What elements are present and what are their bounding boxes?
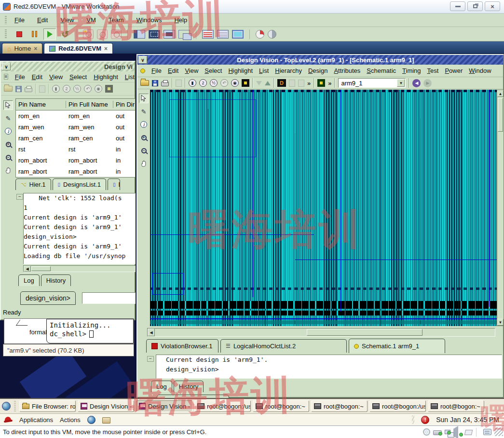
print-icon[interactable] <box>161 82 169 86</box>
menu-view[interactable]: View <box>60 16 74 24</box>
zoom-in-tool-icon[interactable]: + <box>3 139 13 149</box>
cdrom-device-icon[interactable] <box>423 428 430 436</box>
print-icon[interactable] <box>25 87 32 92</box>
zoom-sel-icon[interactable]: ◉ <box>231 79 239 87</box>
scroll-left-icon[interactable]: ◀ <box>148 328 155 336</box>
actions-menu[interactable]: Actions <box>60 416 81 424</box>
usage-icon[interactable] <box>268 30 276 39</box>
menu-file[interactable]: File <box>15 73 25 81</box>
table-row[interactable]: ram_wen ram_wen out <box>16 122 135 133</box>
menu-view[interactable]: View <box>185 67 198 74</box>
tab-close-icon[interactable]: × <box>34 45 37 52</box>
take-snapshot-icon[interactable] <box>83 29 94 39</box>
reset-button[interactable]: ↺ <box>59 29 71 40</box>
tab-schematic1[interactable]: Schematic.1 arm9_1 <box>349 339 445 353</box>
taskbar-design-vision-1[interactable]: Design Vision - T <box>78 400 134 412</box>
menu-team[interactable]: Team <box>109 16 124 24</box>
tab-designslist1[interactable]: ▯ DesignsList.1 <box>53 178 107 190</box>
zoom-back-icon[interactable]: ↶ <box>220 79 228 87</box>
menu-test[interactable]: Test <box>427 67 439 74</box>
appliance-view-icon[interactable] <box>232 30 244 39</box>
pan-tool-icon[interactable] <box>3 165 13 175</box>
zoom-back-icon[interactable]: ↶ <box>84 85 92 93</box>
menu-help[interactable]: Help <box>174 16 187 24</box>
pin-table[interactable]: Pin Name Pin Full Name Pin Dir rom_en ro… <box>15 98 136 178</box>
show-desktop-icon[interactable] <box>2 402 11 411</box>
harddisk-device-icon[interactable] <box>433 430 442 435</box>
revert-snapshot-icon[interactable] <box>97 29 108 39</box>
menu-edit[interactable]: Edit <box>37 16 48 24</box>
zoom-out-tool-icon[interactable]: − <box>139 146 149 155</box>
quick-switch-icon[interactable] <box>163 30 175 39</box>
web-browser-icon[interactable] <box>87 416 95 424</box>
tab-log[interactable]: Log <box>18 274 40 286</box>
design-selector[interactable]: arm9_1 ▼ <box>338 78 406 88</box>
window-menu-icon[interactable]: ∨ <box>2 63 11 70</box>
menu-select[interactable]: Select <box>69 73 87 81</box>
full-view-icon[interactable] <box>105 85 113 93</box>
taskbar-terminal-3[interactable]: root@bogon:~ <box>311 400 368 412</box>
canvas-hscrollbar[interactable]: ◀ <box>147 328 495 337</box>
show-sidebar-icon[interactable] <box>134 30 145 39</box>
menu-list[interactable]: List <box>259 67 269 74</box>
log-hscrollbar[interactable]: ◀ <box>23 265 136 272</box>
taskbar-design-vision-2[interactable]: Design Vision - T <box>136 400 192 412</box>
zoom-2x-icon[interactable]: 2 <box>199 79 207 87</box>
tab-violationbrowser[interactable]: ViolationBrowser.1 <box>146 339 218 353</box>
info-tool-icon[interactable]: i <box>139 120 149 129</box>
save-icon[interactable] <box>152 80 158 86</box>
select-tool-icon[interactable] <box>139 94 149 103</box>
minimize-button[interactable] <box>450 1 465 11</box>
taskbar-file-browser[interactable]: File Browser: roo <box>19 400 76 412</box>
menu-schematic[interactable]: Schematic <box>367 67 396 74</box>
zoom-2x-icon[interactable]: 2 <box>63 85 70 93</box>
menu-file[interactable]: File <box>151 67 162 74</box>
menu-vm[interactable]: VM <box>86 16 96 24</box>
scroll-up-icon[interactable]: ▲ <box>497 90 504 97</box>
tab-log[interactable]: Log <box>151 381 172 392</box>
nav-forward-icon[interactable]: ▶ <box>423 79 432 87</box>
menu-design[interactable]: Design <box>308 67 327 74</box>
column-header-pin-name[interactable]: Pin Name <box>16 101 66 108</box>
zoom-fit-icon[interactable]: ▮ <box>52 85 60 93</box>
toolbar-overflow-icon[interactable]: » <box>307 80 311 87</box>
dv-main-log[interactable]: Current design is 'arm9_1'. design_visio… <box>156 355 502 379</box>
restore-button[interactable] <box>467 1 483 11</box>
zoom-out-tool-icon[interactable]: − <box>3 152 13 162</box>
fullscreen-icon[interactable] <box>149 30 160 39</box>
push-down-icon[interactable] <box>256 81 262 85</box>
console-view-icon[interactable] <box>202 30 214 39</box>
tab-history[interactable]: History <box>41 274 71 286</box>
edit-tool-icon[interactable]: ✎ <box>3 113 13 123</box>
dv-left-log[interactable]: Net 'clk': 1552 load(s 1 Current design … <box>23 193 136 264</box>
table-row[interactable]: ram_abort ram_abort in <box>16 166 135 177</box>
tab-hier1[interactable]: ⌥ Hier.1 <box>15 178 51 190</box>
message-log-icon[interactable] <box>483 429 491 435</box>
clock[interactable]: Sun Jan 24, 3:45 PM <box>436 416 499 424</box>
taskbar-terminal-5[interactable]: root@bogon:~ <box>428 400 484 412</box>
menu-edit[interactable]: Edit <box>32 73 42 81</box>
info-tool-icon[interactable]: i <box>3 126 13 136</box>
scroll-thumb[interactable] <box>498 98 503 132</box>
pan-tool-icon[interactable] <box>139 159 149 168</box>
pop-up-icon[interactable] <box>265 81 271 85</box>
taskbar-terminal-2[interactable]: root@bogon:~ <box>253 400 309 412</box>
paste-icon[interactable] <box>39 85 45 93</box>
scroll-left-icon[interactable]: ◀ <box>24 266 31 272</box>
display-device-icon[interactable] <box>464 430 473 435</box>
menu-hierarchy[interactable]: Hierarchy <box>275 67 302 74</box>
scroll-thumb[interactable] <box>307 329 422 336</box>
zoom-sel-icon[interactable]: ◉ <box>95 85 102 93</box>
zoom-fit-icon[interactable]: ▮ <box>189 79 196 87</box>
applications-menu[interactable]: Applications <box>19 416 53 424</box>
taskbar-terminal-1[interactable]: root@bogon:/usr <box>194 400 251 412</box>
file-manager-icon[interactable] <box>102 417 110 424</box>
gate-schematic-icon[interactable]: D <box>277 79 286 87</box>
paste-icon[interactable] <box>176 80 182 87</box>
vmware-titlebar[interactable]: Red2.6DVEVM - VMware Workstation × <box>0 0 504 14</box>
menu-highlight[interactable]: Highlight <box>94 73 118 81</box>
pane-collapse-handle[interactable]: − <box>147 356 154 362</box>
power-on-button[interactable] <box>43 28 56 40</box>
manage-snapshot-icon[interactable] <box>111 29 122 39</box>
taskbar-terminal-4[interactable]: root@bogon:/usr <box>369 400 426 412</box>
